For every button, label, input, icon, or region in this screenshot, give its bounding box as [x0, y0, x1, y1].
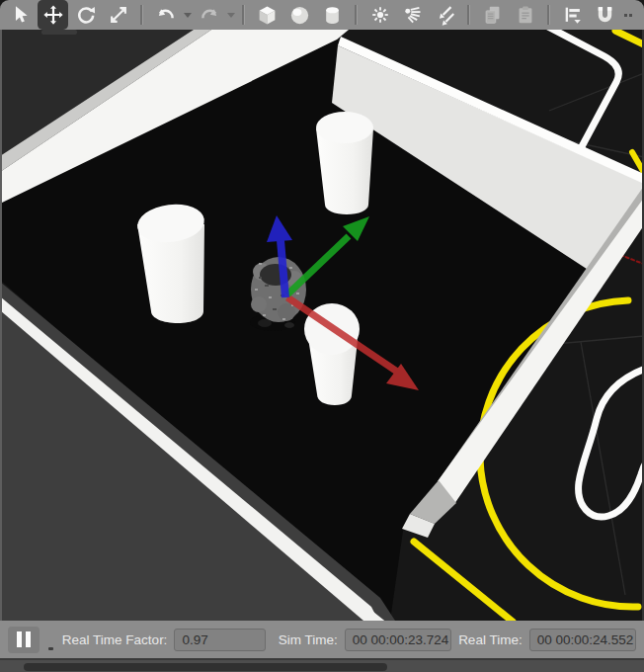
point-light-icon	[369, 4, 391, 26]
copy-button[interactable]	[477, 2, 508, 28]
sphere-icon	[288, 4, 311, 27]
toolbar-separator	[140, 5, 143, 25]
redo-button[interactable]	[194, 2, 224, 28]
bottom-panel-edge	[0, 658, 644, 672]
copy-icon	[482, 4, 504, 26]
translate-tool-button[interactable]	[38, 0, 68, 30]
rotate-circular-icon	[75, 4, 97, 26]
pause-icon	[17, 631, 22, 647]
undo-button[interactable]	[150, 2, 181, 28]
paste-icon	[515, 4, 536, 26]
redo-dropdown-caret[interactable]	[226, 2, 235, 28]
directional-light-icon	[435, 4, 456, 26]
real-time-value: 00 00:00:24.552	[529, 629, 636, 651]
undo-dropdown-caret[interactable]	[183, 2, 192, 28]
toolbar-separator	[242, 5, 245, 25]
sim-time-value: 00 00:00:23.724	[345, 629, 451, 651]
toolbar-separator	[467, 5, 470, 25]
insert-sphere-button[interactable]	[284, 2, 315, 28]
gazebo-window: Real Time Factor: 0.97 Sim Time: 00 00:0…	[0, 0, 644, 672]
align-tool-button[interactable]	[557, 2, 588, 28]
scene-3d-viewport[interactable]	[0, 30, 644, 621]
real-time-factor-value: 0.97	[174, 629, 265, 651]
point-light-button[interactable]	[364, 2, 395, 28]
step-button[interactable]	[46, 624, 55, 656]
directional-light-button[interactable]	[430, 2, 460, 28]
bottom-scrollbar[interactable]	[24, 663, 387, 671]
scale-diagonal-icon	[108, 4, 129, 26]
insert-box-button[interactable]	[252, 2, 282, 28]
cylinder-obstacle-top[interactable]	[316, 112, 373, 214]
simulation-statusbar: Real Time Factor: 0.97 Sim Time: 00 00:0…	[0, 621, 644, 658]
spot-light-icon	[402, 4, 424, 26]
magnet-icon	[594, 4, 616, 27]
toolbar-button-notch	[41, 30, 77, 35]
pause-button[interactable]	[8, 627, 40, 653]
redo-arrow-icon	[199, 4, 220, 26]
step-icon	[48, 647, 53, 650]
scale-tool-button[interactable]	[103, 2, 133, 28]
select-tool-button[interactable]	[5, 2, 36, 28]
real-time-factor-label: Real Time Factor:	[62, 632, 168, 647]
real-time-label: Real Time:	[458, 632, 523, 647]
toolbar-separator	[355, 5, 358, 25]
paste-button[interactable]	[510, 2, 540, 28]
cursor-arrow-icon	[10, 4, 32, 26]
spot-light-button[interactable]	[397, 2, 428, 28]
undo-arrow-icon	[155, 4, 177, 26]
cube-icon	[256, 4, 279, 27]
snap-tool-button[interactable]	[590, 2, 620, 28]
toolbar	[0, 0, 644, 30]
toolbar-overflow-icon[interactable]	[624, 14, 632, 17]
cylinder-icon	[321, 4, 344, 27]
align-icon	[562, 4, 584, 26]
sim-time-label: Sim Time:	[279, 632, 338, 647]
gazebo-render-canvas[interactable]	[0, 30, 644, 621]
pause-icon	[26, 631, 31, 647]
toolbar-separator	[547, 5, 550, 25]
move-arrows-icon	[42, 4, 64, 26]
viewport-left-border	[0, 30, 2, 621]
insert-cylinder-button[interactable]	[317, 2, 348, 28]
rotate-tool-button[interactable]	[70, 2, 101, 28]
